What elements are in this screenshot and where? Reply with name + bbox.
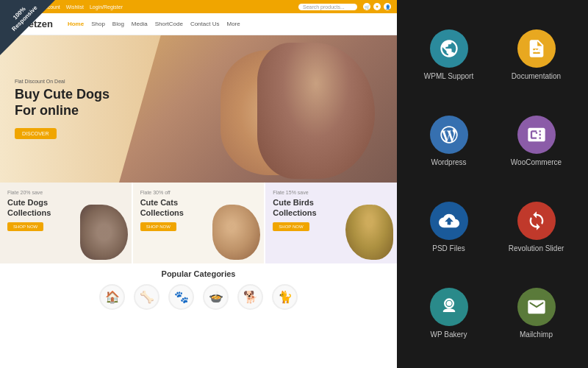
category-cat[interactable]: 🐈 xyxy=(272,284,298,310)
card-cats-image xyxy=(212,205,260,263)
hero-girl-image xyxy=(257,43,375,179)
category-dog-icon: 🐕 xyxy=(237,284,263,310)
psd-icon: FREE xyxy=(430,202,468,240)
cart-icon[interactable]: 🛒 xyxy=(363,3,370,10)
logo-bar: 🐾 Petzen Home Shop Blog Media ShortCode … xyxy=(0,13,397,35)
topbar-login[interactable]: Login/Register xyxy=(90,4,123,10)
responsive-badge: 100% Responsive xyxy=(0,0,55,55)
card-dogs: Flate 20% save Cute Dogs Collections SHO… xyxy=(0,183,132,263)
card-birds-content: Flate 15% save Cute Birds Collections SH… xyxy=(273,190,316,231)
wpml-label: WPML Support xyxy=(424,72,473,80)
woocommerce-icon xyxy=(517,116,556,154)
documentation-icon xyxy=(517,29,556,68)
wpml-icon xyxy=(430,29,468,68)
wordpress-icon xyxy=(430,116,468,154)
category-paw[interactable]: 🐾 xyxy=(168,284,194,310)
nav-home[interactable]: Home xyxy=(68,21,84,27)
card-dogs-image xyxy=(80,205,128,263)
nav-blog[interactable]: Blog xyxy=(112,21,124,27)
feature-wpml[interactable]: WPML Support xyxy=(408,15,490,95)
topbar-icons: 🛒 ♥ 👤 xyxy=(363,3,391,10)
categories-row: 🏠 🦴 🐾 🍲 🐕 🐈 xyxy=(6,284,391,310)
documentation-label: Documentation xyxy=(512,72,561,80)
bird-silhouette xyxy=(345,205,393,260)
svg-point-1 xyxy=(446,301,451,306)
psd-label: PSD Files xyxy=(432,244,465,252)
mailchimp-icon xyxy=(517,288,556,326)
card-cats-button[interactable]: SHOP NOW xyxy=(140,222,176,231)
category-cat-icon: 🐈 xyxy=(272,284,298,310)
card-birds-image xyxy=(345,205,393,263)
user-icon[interactable]: 👤 xyxy=(384,3,391,10)
card-cats-content: Flate 30% off Cute Cats Collections SHOP… xyxy=(140,190,184,231)
top-bar: Checkout My Account Wishlist Login/Regis… xyxy=(0,0,397,13)
category-bowl[interactable]: 🍲 xyxy=(203,284,229,310)
card-cats: Flate 30% off Cute Cats Collections SHOP… xyxy=(133,183,265,263)
features-panel: WPML Support Documentation Wordpress Woo… xyxy=(397,0,588,368)
revolution-label: Revolution Slider xyxy=(509,244,564,252)
category-paw-icon: 🐾 xyxy=(168,284,194,310)
mailchimp-label: Mailchimp xyxy=(520,330,553,339)
card-cats-title: Cute Cats Collections xyxy=(140,197,184,219)
category-bone[interactable]: 🦴 xyxy=(134,284,159,310)
cards-section: Flate 20% save Cute Dogs Collections SHO… xyxy=(0,183,397,263)
card-birds-button[interactable]: SHOP NOW xyxy=(273,222,309,231)
hero-title: Buy Cute Dogs For online xyxy=(15,87,110,118)
heart-icon[interactable]: ♥ xyxy=(373,3,381,10)
card-cats-tag: Flate 30% off xyxy=(140,190,184,195)
main-nav: Home Shop Blog Media ShortCode Contact U… xyxy=(68,21,240,27)
card-birds-title: Cute Birds Collections xyxy=(273,197,316,219)
feature-psd[interactable]: FREE PSD Files xyxy=(408,187,490,267)
card-dogs-button[interactable]: SHOP NOW xyxy=(7,222,43,231)
feature-wpbakery[interactable]: WP Bakery xyxy=(408,273,490,353)
feature-documentation[interactable]: Documentation xyxy=(495,15,577,95)
svg-text:FREE: FREE xyxy=(444,224,456,228)
wpbakery-icon xyxy=(430,288,468,326)
category-bowl-icon: 🍲 xyxy=(203,284,229,310)
nav-contact[interactable]: Contact Us xyxy=(190,21,220,27)
category-bone-icon: 🦴 xyxy=(134,284,159,310)
nav-shop[interactable]: Shop xyxy=(91,21,105,27)
nav-more[interactable]: More xyxy=(226,21,240,27)
woocommerce-label: WooCommerce xyxy=(511,158,562,166)
hero-section: Flat Discount On Deal Buy Cute Dogs For … xyxy=(0,35,397,183)
category-house[interactable]: 🏠 xyxy=(99,284,125,310)
card-birds-tag: Flate 15% save xyxy=(273,190,316,195)
nav-media[interactable]: Media xyxy=(132,21,148,27)
card-birds: Flate 15% save Cute Birds Collections SH… xyxy=(265,183,397,263)
wordpress-label: Wordpress xyxy=(431,158,466,166)
card-dogs-content: Flate 20% save Cute Dogs Collections SHO… xyxy=(7,190,51,231)
hero-content: Flat Discount On Deal Buy Cute Dogs For … xyxy=(15,79,110,138)
cat-silhouette xyxy=(212,205,260,260)
categories-section: Popular Categories 🏠 🦴 🐾 🍲 🐕 🐈 xyxy=(0,263,397,316)
website-preview: 100% Responsive Checkout My Account Wish… xyxy=(0,0,397,368)
dog-silhouette xyxy=(80,205,128,260)
hero-tag: Flat Discount On Deal xyxy=(15,79,110,84)
hero-discover-button[interactable]: DISCOVER xyxy=(15,128,57,139)
revolution-icon xyxy=(517,202,556,240)
search-box[interactable]: Search products... xyxy=(298,4,357,10)
feature-mailchimp[interactable]: Mailchimp xyxy=(495,273,577,353)
topbar-wishlist[interactable]: Wishlist xyxy=(66,4,84,10)
categories-title: Popular Categories xyxy=(6,269,391,278)
feature-woocommerce[interactable]: WooCommerce xyxy=(495,101,577,181)
category-dog[interactable]: 🐕 xyxy=(237,284,263,310)
category-house-icon: 🏠 xyxy=(99,284,125,310)
card-dogs-title: Cute Dogs Collections xyxy=(7,197,51,219)
nav-shortcode[interactable]: ShortCode xyxy=(155,21,183,27)
card-dogs-tag: Flate 20% save xyxy=(7,190,51,195)
feature-wordpress[interactable]: Wordpress xyxy=(408,101,490,181)
wpbakery-label: WP Bakery xyxy=(431,330,467,339)
feature-revolution[interactable]: Revolution Slider xyxy=(495,187,577,267)
